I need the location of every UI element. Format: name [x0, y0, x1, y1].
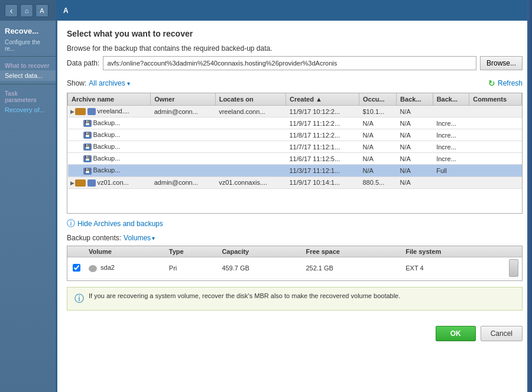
hide-archives-link[interactable]: Hide Archives and backups: [77, 220, 163, 228]
back-button[interactable]: ‹: [5, 4, 18, 17]
refresh-label: Refresh: [498, 79, 523, 87]
col-owner: Owner: [151, 93, 215, 106]
sidebar-item-recovery[interactable]: Recovery of...: [0, 104, 56, 115]
vol-col-free-space: Free space: [302, 246, 402, 257]
volumes-table: Volume Type Capacity Free space File sys…: [67, 246, 522, 279]
table-row[interactable]: 💾Backup...: [68, 129, 151, 141]
dialog-main-title: Select what you want to recover: [67, 29, 523, 38]
sidebar-title: Recove...: [0, 21, 56, 38]
info-box: ⓘ If you are recovering a system volume,…: [67, 287, 523, 311]
vol-col-type: Type: [166, 246, 219, 257]
sidebar: ‹ ⌂ A Recove... Configure the re... What…: [0, 0, 56, 392]
archive-table: Archive name Owner Locates on Created ▲ …: [67, 93, 522, 189]
show-dropdown[interactable]: All archives: [89, 79, 129, 87]
refresh-icon: ↻: [488, 79, 495, 88]
footer-row: OK Cancel: [57, 326, 532, 341]
hide-archives-info-icon: ⓘ: [67, 218, 75, 229]
col-back1: Back...: [397, 93, 433, 106]
volumes-dropdown[interactable]: Volumes: [124, 234, 155, 242]
vol-col-spacer: [505, 246, 522, 257]
table-row[interactable]: ▶vz01.con...: [68, 177, 151, 188]
show-label: Show: All archives: [67, 79, 130, 87]
info-box-text: If you are recovering a system volume, r…: [89, 292, 400, 299]
cancel-button[interactable]: Cancel: [481, 326, 523, 341]
data-path-row: Data path: Browse...: [67, 56, 523, 70]
right-edge-decoration: [527, 0, 532, 392]
vol-col-volume: Volume: [85, 246, 166, 257]
sidebar-section1: What to recover: [0, 56, 56, 70]
vol-col-check: [67, 246, 85, 257]
main-dialog: A Select what you want to recover Browse…: [56, 0, 532, 392]
table-row[interactable]: ▶vreeland....: [68, 106, 151, 117]
table-row[interactable]: 💾Backup...: [68, 165, 151, 177]
menu-button[interactable]: A: [35, 4, 48, 17]
col-comments: Comments: [469, 93, 522, 106]
dialog-top-bar: A: [57, 0, 532, 21]
data-path-label: Data path:: [67, 59, 99, 67]
info-box-icon: ⓘ: [74, 293, 84, 305]
dialog-top-bar-text: A: [63, 6, 69, 15]
home-button[interactable]: ⌂: [20, 4, 33, 17]
dialog-content: Select what you want to recover Browse f…: [57, 21, 532, 326]
backup-contents-label: Backup contents:: [67, 234, 121, 242]
data-path-input[interactable]: [103, 56, 476, 70]
dialog-subtitle: Browse for the backup that contains the …: [67, 44, 523, 53]
col-back2: Back...: [433, 93, 469, 106]
hide-archives-row: ⓘ Hide Archives and backups: [67, 218, 523, 229]
table-row[interactable]: 💾Backup...: [68, 153, 151, 165]
table-row[interactable]: 💾Backup...: [68, 141, 151, 153]
table-row[interactable]: 💾Backup...: [68, 117, 151, 129]
col-occu: Occu...: [359, 93, 397, 106]
vol-col-capacity: Capacity: [218, 246, 302, 257]
archive-table-wrapper: Archive name Owner Locates on Created ▲ …: [67, 93, 523, 214]
show-row: Show: All archives ↻ Refresh: [67, 79, 523, 88]
sidebar-item-select-data[interactable]: Select data...: [0, 70, 56, 81]
browse-button[interactable]: Browse...: [480, 56, 523, 70]
backup-contents-row: Backup contents: Volumes: [67, 234, 523, 242]
col-archive-name: Archive name: [68, 93, 151, 106]
refresh-button[interactable]: ↻ Refresh: [488, 79, 523, 88]
sidebar-section2: Task parameters: [0, 84, 56, 104]
volume-checkbox[interactable]: [73, 264, 80, 272]
ok-button[interactable]: OK: [436, 326, 476, 341]
sidebar-subtitle: Configure the re...: [0, 38, 56, 53]
col-created: Created ▲: [286, 93, 359, 106]
col-locates-on: Locates on: [215, 93, 286, 106]
sidebar-header: ‹ ⌂ A: [0, 0, 56, 21]
vol-col-file-system: File system: [402, 246, 505, 257]
volumes-table-wrapper: Volume Type Capacity Free space File sys…: [67, 246, 523, 281]
